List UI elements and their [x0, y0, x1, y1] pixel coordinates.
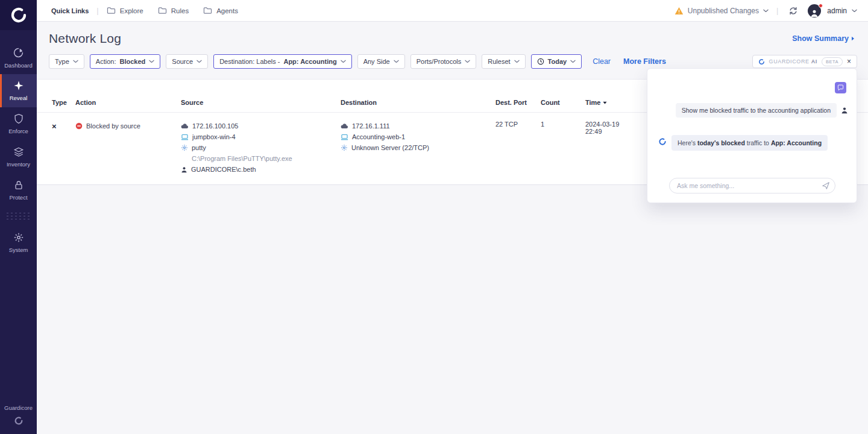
- sort-descending-icon: [603, 101, 607, 104]
- topbar-link-agents[interactable]: Agents: [203, 7, 238, 14]
- sidebar-item-enforce[interactable]: Enforce: [0, 107, 37, 140]
- blocked-icon: [75, 122, 83, 130]
- more-filters-link[interactable]: More Filters: [623, 57, 666, 66]
- sidebar-item-protect[interactable]: Protect: [0, 174, 37, 207]
- chat-bubble-icon[interactable]: [835, 82, 846, 93]
- source-hostname: jumpbox-win-4: [192, 133, 236, 140]
- refresh-icon[interactable]: [788, 6, 798, 16]
- filter-source[interactable]: Source: [166, 54, 208, 69]
- clear-filters-link[interactable]: Clear: [593, 57, 611, 66]
- column-header-type[interactable]: Type: [52, 99, 75, 106]
- filter-any-side[interactable]: Any Side: [357, 54, 405, 69]
- topbar-link-explore[interactable]: Explore: [107, 7, 143, 14]
- topbar-link-rules[interactable]: Rules: [158, 7, 189, 14]
- topbar-link-label: Agents: [216, 7, 238, 14]
- page-title: Network Log: [49, 31, 121, 46]
- action-cell: Blocked by source: [75, 121, 181, 131]
- clock-icon: [537, 58, 544, 65]
- sidebar-item-system[interactable]: System: [0, 226, 37, 259]
- guardicore-logo-icon: [10, 6, 28, 24]
- column-header-action[interactable]: Action: [75, 99, 181, 106]
- avatar[interactable]: [808, 4, 821, 17]
- lock-icon: [13, 180, 24, 190]
- guardicore-ai-panel: Show me blocked traffic to the accountin…: [647, 68, 857, 203]
- chevron-down-icon: [465, 60, 470, 63]
- type-cell: ×: [52, 121, 75, 131]
- username-label: admin: [827, 7, 847, 15]
- rules-folder-icon: [158, 7, 167, 14]
- filter-bar: Type Action: Blocked Source Destination:…: [37, 46, 868, 69]
- chevron-down-icon: [341, 60, 346, 63]
- destination-cell: 172.16.1.111 Accounting-web-1 Unknown Se…: [341, 121, 495, 175]
- column-header-destination[interactable]: Destination: [341, 99, 495, 106]
- divider: |: [96, 6, 98, 15]
- quick-links-label: Quick Links: [51, 7, 89, 14]
- sidebar-brand-label: Guardicore: [4, 404, 33, 411]
- type-blocked-x-icon: ×: [52, 122, 57, 130]
- sidebar: Dashboard Reveal Enforce Inventory Prote…: [0, 0, 37, 434]
- sidebar-item-label: Protect: [9, 194, 27, 201]
- filter-type[interactable]: Type: [49, 54, 84, 69]
- destination-ip: 172.16.1.111: [352, 122, 390, 130]
- unpublished-changes-dropdown[interactable]: Unpublished Changes: [675, 7, 769, 15]
- filter-time-today[interactable]: Today: [531, 54, 582, 69]
- source-cell: 172.16.100.105 jumpbox-win-4 putty C:\Pr…: [181, 121, 341, 175]
- chevron-down-icon: [852, 9, 857, 13]
- source-username: GUARDICORE\c.beth: [191, 166, 256, 173]
- filter-action[interactable]: Action: Blocked: [90, 54, 160, 69]
- monitor-icon: [341, 134, 348, 140]
- close-icon[interactable]: ×: [847, 58, 851, 65]
- sidebar-item-dashboard[interactable]: Dashboard: [0, 41, 37, 74]
- topbar-link-label: Rules: [171, 7, 189, 14]
- sidebar-item-inventory[interactable]: Inventory: [0, 140, 37, 174]
- source-process-path: C:\Program Files\PuTTY\putty.exe: [181, 153, 341, 164]
- monitor-icon: [181, 134, 189, 140]
- column-header-source[interactable]: Source: [181, 99, 341, 106]
- topbar-link-label: Explore: [120, 7, 143, 14]
- source-ip: 172.16.100.105: [192, 122, 238, 130]
- column-header-count[interactable]: Count: [541, 99, 585, 106]
- chevron-down-icon: [570, 60, 576, 63]
- count-cell: 1: [541, 121, 585, 131]
- filter-ports-protocols[interactable]: Ports/Protocols: [410, 54, 477, 69]
- reveal-icon: [13, 80, 24, 91]
- user-message-bubble: Show me blocked traffic to the accountin…: [676, 103, 837, 118]
- column-header-dest-port[interactable]: Dest. Port: [495, 99, 541, 106]
- count-value: 1: [541, 121, 544, 128]
- beta-badge: BETA: [822, 57, 843, 66]
- chevron-down-icon: [514, 60, 520, 63]
- sidebar-nav: Dashboard Reveal Enforce Inventory Prote…: [0, 41, 37, 259]
- guardicore-logo[interactable]: [0, 0, 37, 30]
- sidebar-item-label: System: [9, 247, 28, 253]
- chevron-down-icon: [73, 60, 78, 63]
- user-icon: [181, 166, 187, 173]
- notification-dot: [819, 4, 823, 8]
- show-summary-link[interactable]: Show Summary: [792, 34, 855, 43]
- chevron-down-icon: [763, 9, 769, 13]
- agents-folder-icon: [203, 7, 212, 14]
- ask-input-row: [669, 178, 835, 193]
- send-icon[interactable]: [822, 181, 830, 190]
- guardicore-ai-logo-icon: [758, 58, 765, 65]
- explore-folder-icon: [107, 7, 116, 14]
- sidebar-item-label: Enforce: [8, 128, 28, 134]
- filter-ruleset[interactable]: Ruleset: [482, 54, 525, 69]
- divider: |: [776, 6, 778, 15]
- ai-message-row: Here's today's blocked traffic to App: A…: [658, 135, 830, 151]
- filter-destination[interactable]: Destination: Labels - App: Accounting: [213, 54, 351, 69]
- cloud-icon: [341, 123, 348, 129]
- dest-port-value: 22 TCP: [495, 121, 518, 128]
- arrow-right-icon: [851, 36, 855, 41]
- ai-message-bubble: Here's today's blocked traffic to App: A…: [671, 135, 828, 151]
- dashboard-icon: [13, 47, 24, 58]
- chevron-down-icon: [149, 60, 154, 63]
- guardicore-ai-toggle[interactable]: GUARDICORE AI BETA ×: [752, 55, 857, 68]
- topbar: Quick Links | Explore Rules Agents Unpub…: [37, 0, 868, 22]
- guardicore-footer-icon: [14, 416, 24, 426]
- sidebar-item-reveal[interactable]: Reveal: [0, 74, 37, 107]
- shield-icon: [13, 113, 24, 124]
- ask-input[interactable]: [669, 178, 835, 193]
- destination-hostname: Accounting-web-1: [352, 133, 405, 140]
- user-menu[interactable]: admin: [827, 7, 857, 15]
- action-label: Blocked by source: [86, 122, 140, 130]
